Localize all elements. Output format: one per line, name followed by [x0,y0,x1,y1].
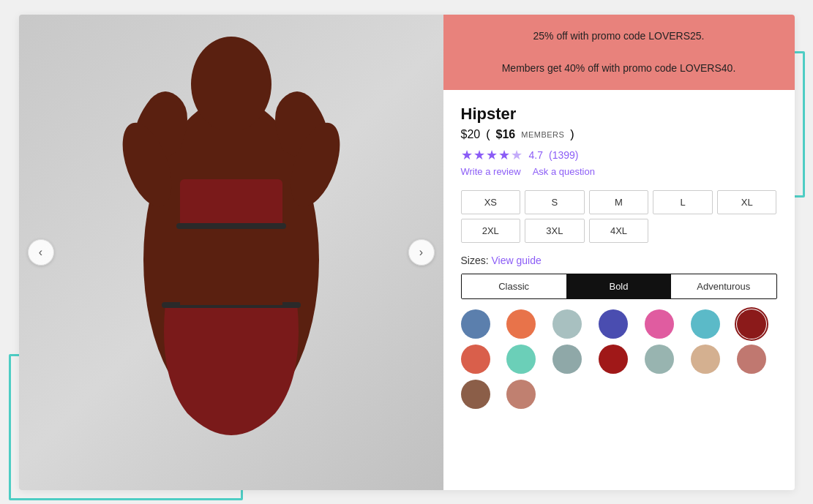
promo-line2: Members get 40% off with promo code LOVE… [461,60,777,76]
color-swatch[interactable] [645,345,674,374]
style-tab-classic[interactable]: Classic [462,274,566,298]
size-button-4xl[interactable]: 4XL [589,219,649,243]
info-section: 25% off with promo code LOVERS25. Member… [443,15,795,490]
svg-point-1 [191,37,271,132]
size-button-m[interactable]: M [589,190,649,214]
color-swatch[interactable] [461,309,490,339]
color-grid [461,309,777,409]
size-grid-row2: 2XL3XL4XL [461,219,777,243]
sizes-text: Sizes: [461,255,489,266]
svg-rect-8 [180,229,282,305]
promo-banner: 25% off with promo code LOVERS25. Member… [443,15,795,90]
size-button-xs[interactable]: XS [461,190,521,214]
product-image [19,15,443,490]
sizes-label: Sizes: View guide [461,255,777,266]
price-close-paren: ) [570,128,574,141]
left-arrow-icon: ‹ [39,246,42,259]
price-divider: ( [486,128,490,141]
rating-stars: ★★★★★ [461,147,523,163]
size-button-l[interactable]: L [653,190,713,214]
svg-rect-5 [180,179,282,230]
rating-value: 4.7 [529,149,543,161]
price-row: $20 ( $16 MEMBERS ) [461,128,777,141]
review-links: Write a review Ask a question [461,166,777,177]
member-label: MEMBERS [521,130,564,139]
ask-question-link[interactable]: Ask a question [533,166,595,177]
size-button-xl[interactable]: XL [717,190,777,214]
svg-rect-6 [176,223,286,229]
price-member: $16 [496,128,516,141]
size-button-3xl[interactable]: 3XL [525,219,585,243]
image-section: ‹ › [19,15,443,490]
color-swatch[interactable] [737,345,766,374]
size-grid-row1: XSSMLXL [461,190,777,214]
color-swatch[interactable] [691,345,720,374]
price-regular: $20 [461,128,481,141]
color-swatch[interactable] [599,345,628,374]
rating-row: ★★★★★ 4.7 (1399) [461,147,777,163]
svg-rect-2 [220,121,242,150]
size-button-s[interactable]: S [525,190,585,214]
color-swatch[interactable] [552,345,582,374]
product-card: ‹ › 25% off with promo code LOVERS25. Me… [19,15,795,490]
color-swatch[interactable] [691,309,720,339]
rating-count: (1399) [549,149,578,161]
model-svg [92,26,370,479]
page-wrapper: ‹ › 25% off with promo code LOVERS25. Me… [19,15,795,490]
style-tab-adventurous[interactable]: Adventurous [671,274,776,298]
color-swatch[interactable] [737,309,766,339]
right-arrow-icon: › [419,246,423,259]
product-name: Hipster [461,105,777,124]
color-swatch[interactable] [506,380,536,409]
size-button-2xl[interactable]: 2XL [461,219,521,243]
style-tabs: ClassicBoldAdventurous [461,274,777,299]
prev-image-button[interactable]: ‹ [28,239,54,266]
color-swatch[interactable] [552,309,582,339]
style-tab-bold[interactable]: Bold [566,274,671,298]
write-review-link[interactable]: Write a review [461,166,521,177]
color-swatch[interactable] [599,309,628,339]
color-swatch[interactable] [461,380,490,409]
color-swatch[interactable] [645,309,674,339]
product-details: Hipster $20 ( $16 MEMBERS ) ★★★★★ 4.7 (1… [443,90,795,490]
color-swatch[interactable] [506,345,536,374]
color-swatch[interactable] [461,345,490,374]
color-swatch[interactable] [506,309,536,339]
next-image-button[interactable]: › [408,239,435,266]
view-guide-link[interactable]: View guide [492,255,542,266]
promo-line1: 25% off with promo code LOVERS25. [461,28,777,44]
